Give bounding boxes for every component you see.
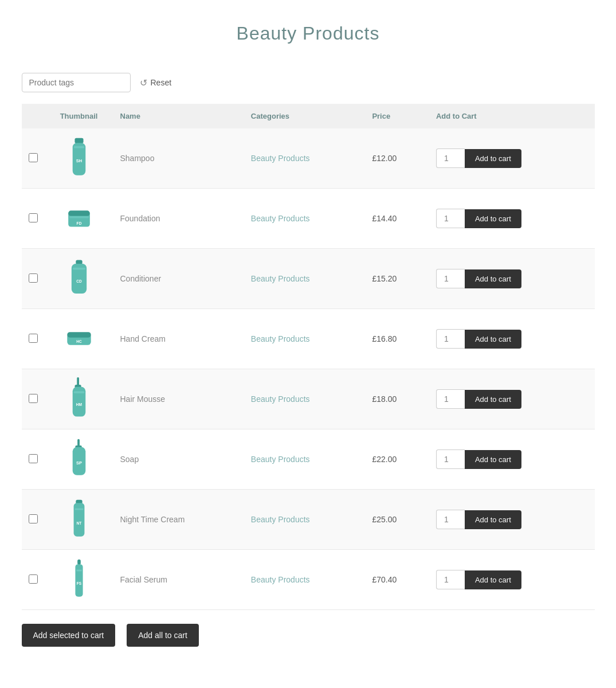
svg-rect-25 [73, 503, 84, 536]
add-to-cart-cell-8: Add to cart [436, 570, 588, 589]
reset-label: Reset [151, 78, 172, 87]
product-thumbnail-2: FD [59, 196, 99, 241]
product-thumbnail-5: HM [59, 376, 99, 422]
product-category-7: Beauty Products [244, 490, 366, 550]
product-thumbnail-6: SP [59, 436, 99, 482]
product-price-6: £22.00 [365, 429, 429, 490]
product-name-7: Night Time Cream [113, 490, 244, 550]
qty-input-6[interactable] [436, 449, 465, 469]
svg-rect-10 [72, 268, 85, 270]
product-checkbox-1[interactable] [29, 153, 38, 162]
svg-text:HC: HC [76, 339, 82, 343]
product-thumbnail-8: FS [59, 557, 99, 603]
add-to-cart-button-3[interactable]: Add to cart [465, 269, 521, 288]
col-add-to-cart: Add to Cart [429, 104, 595, 128]
product-price-4: £16.80 [365, 309, 429, 369]
svg-rect-8 [76, 260, 82, 265]
filter-bar: ↺ Reset [22, 73, 595, 92]
col-name: Name [113, 104, 244, 128]
product-category-5: Beauty Products [244, 369, 366, 429]
product-name-1: Shampoo [113, 128, 244, 189]
product-checkbox-7[interactable] [29, 514, 38, 523]
product-category-1: Beauty Products [244, 128, 366, 189]
table-row: HM Hair Mousse Beauty Products £18.00 Ad… [22, 369, 595, 429]
product-thumbnail-4: HC [59, 316, 99, 362]
product-name-4: Hand Cream [113, 309, 244, 369]
table-row: CD Conditioner Beauty Products £15.20 Ad… [22, 249, 595, 309]
product-tags-input[interactable] [22, 73, 131, 92]
col-select [22, 104, 45, 128]
svg-rect-13 [67, 332, 91, 337]
add-to-cart-button-5[interactable]: Add to cart [465, 390, 521, 409]
svg-rect-29 [75, 564, 83, 596]
product-checkbox-4[interactable] [29, 334, 38, 343]
table-row: HC Hand Cream Beauty Products £16.80 Add… [22, 309, 595, 369]
svg-rect-2 [73, 146, 84, 148]
table-row: NT Night Time Cream Beauty Products £25.… [22, 490, 595, 550]
svg-text:SP: SP [76, 460, 81, 466]
add-to-cart-button-6[interactable]: Add to cart [465, 450, 521, 469]
product-price-3: £15.20 [365, 249, 429, 309]
svg-text:FD: FD [76, 221, 81, 225]
add-to-cart-button-7[interactable]: Add to cart [465, 510, 521, 529]
qty-input-8[interactable] [436, 570, 465, 589]
svg-text:HM: HM [76, 402, 82, 406]
product-price-8: £70.40 [365, 550, 429, 610]
add-to-cart-cell-2: Add to cart [436, 209, 588, 228]
product-checkbox-6[interactable] [29, 454, 38, 463]
qty-input-1[interactable] [436, 148, 465, 168]
reset-icon: ↺ [140, 77, 147, 88]
page-title: Beauty Products [22, 0, 595, 73]
qty-input-3[interactable] [436, 269, 465, 288]
product-category-4: Beauty Products [244, 309, 366, 369]
svg-text:NT: NT [76, 521, 81, 525]
product-checkbox-3[interactable] [29, 273, 38, 283]
add-to-cart-button-8[interactable]: Add to cart [465, 570, 521, 589]
add-to-cart-cell-5: Add to cart [436, 389, 588, 409]
svg-rect-28 [77, 560, 81, 565]
qty-input-5[interactable] [436, 389, 465, 409]
col-categories: Categories [244, 104, 366, 128]
add-to-cart-cell-6: Add to cart [436, 449, 588, 469]
qty-input-4[interactable] [436, 329, 465, 349]
svg-rect-0 [74, 138, 83, 143]
add-selected-to-cart-button[interactable]: Add selected to cart [22, 624, 116, 647]
svg-rect-5 [68, 210, 90, 216]
product-thumbnail-1: SH [59, 135, 99, 181]
product-price-1: £12.00 [365, 128, 429, 189]
svg-rect-26 [74, 509, 83, 510]
add-to-cart-button-4[interactable]: Add to cart [465, 330, 521, 349]
products-table: Thumbnail Name Categories Price Add to C… [22, 104, 595, 610]
product-checkbox-8[interactable] [29, 574, 38, 584]
table-row: SP Soap Beauty Products £22.00 Add to ca… [22, 429, 595, 490]
product-name-2: Foundation [113, 189, 244, 249]
product-name-6: Soap [113, 429, 244, 490]
table-row: SH Shampoo Beauty Products £12.00 Add to… [22, 128, 595, 189]
svg-rect-30 [76, 570, 81, 572]
product-checkbox-2[interactable] [29, 213, 38, 222]
add-to-cart-cell-1: Add to cart [436, 148, 588, 168]
add-to-cart-cell-3: Add to cart [436, 269, 588, 288]
product-name-3: Conditioner [113, 249, 244, 309]
table-row: FS Facial Serum Beauty Products £70.40 A… [22, 550, 595, 610]
col-thumbnail: Thumbnail [45, 104, 113, 128]
footer-bar: Add selected to cart Add all to cart [22, 610, 595, 660]
svg-rect-6 [69, 216, 89, 218]
add-to-cart-button-2[interactable]: Add to cart [465, 209, 521, 228]
qty-input-7[interactable] [436, 510, 465, 529]
add-to-cart-button-1[interactable]: Add to cart [465, 149, 521, 168]
qty-input-2[interactable] [436, 209, 465, 228]
product-thumbnail-3: CD [59, 256, 99, 302]
svg-text:SH: SH [76, 158, 81, 163]
product-checkbox-5[interactable] [29, 394, 38, 403]
add-to-cart-cell-4: Add to cart [436, 329, 588, 349]
product-category-6: Beauty Products [244, 429, 366, 490]
product-category-3: Beauty Products [244, 249, 366, 309]
svg-text:FS: FS [76, 581, 81, 585]
table-row: FD Foundation Beauty Products £14.40 Add… [22, 189, 595, 249]
add-all-to-cart-button[interactable]: Add all to cart [127, 624, 199, 647]
svg-text:CD: CD [76, 279, 82, 283]
reset-button[interactable]: ↺ Reset [140, 77, 172, 88]
product-price-7: £25.00 [365, 490, 429, 550]
add-to-cart-cell-7: Add to cart [436, 510, 588, 529]
